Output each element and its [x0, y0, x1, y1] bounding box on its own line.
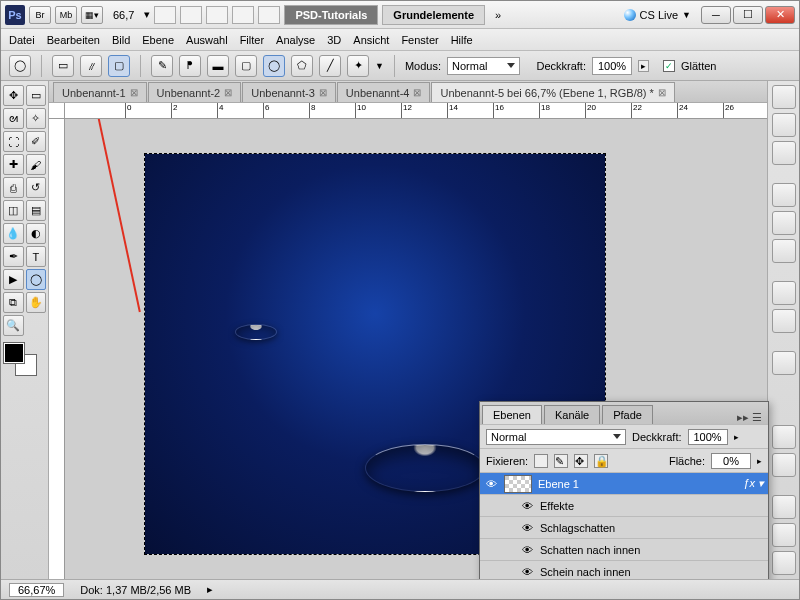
hand-tool-button[interactable] — [154, 6, 176, 24]
menu-filter[interactable]: Filter — [240, 34, 264, 46]
tool-eraser[interactable]: ◫ — [3, 200, 24, 221]
opt-fixed-size-icon[interactable]: ▢ — [108, 55, 130, 77]
doc-tab-5[interactable]: Unbenannt-5 bei 66,7% (Ebene 1, RGB/8) *… — [431, 82, 674, 102]
panel-icon[interactable] — [772, 453, 796, 477]
tool-pen[interactable]: ✒ — [3, 246, 24, 267]
tool-hand[interactable]: ✋ — [26, 292, 47, 313]
status-zoom[interactable]: 66,67% — [9, 583, 64, 597]
deckkraft-flyout[interactable]: ▸ — [638, 60, 649, 72]
effect-row[interactable]: 👁Schatten nach innen — [480, 538, 768, 560]
opt-menu-chevron[interactable]: ▼ — [375, 61, 384, 71]
menu-fenster[interactable]: Fenster — [401, 34, 438, 46]
menu-bild[interactable]: Bild — [112, 34, 130, 46]
panel-icon[interactable] — [772, 551, 796, 575]
doc-tab-3[interactable]: Unbenannt-3⊠ — [242, 82, 336, 102]
layer-thumbnail[interactable] — [504, 475, 532, 493]
tool-heal[interactable]: ✚ — [3, 154, 24, 175]
zoom-display[interactable]: 66,7 — [107, 9, 140, 21]
menu-analyse[interactable]: Analyse — [276, 34, 315, 46]
doc-tab-1[interactable]: Unbenannt-1⊠ — [53, 82, 147, 102]
menu-ebene[interactable]: Ebene — [142, 34, 174, 46]
color-swatches[interactable] — [3, 342, 43, 382]
zoom-tool-button[interactable] — [180, 6, 202, 24]
lock-transparency-icon[interactable] — [534, 454, 548, 468]
layer-row-ebene1[interactable]: 👁 Ebene 1 ƒx ▾ — [480, 472, 768, 494]
panel-icon[interactable] — [772, 523, 796, 547]
visibility-icon[interactable]: 👁 — [520, 500, 534, 512]
workspace-grundelemente[interactable]: Grundelemente — [382, 5, 485, 25]
close-icon[interactable]: ⊠ — [413, 87, 421, 98]
tool-move[interactable]: ✥ — [3, 85, 24, 106]
modus-select[interactable]: Normal — [447, 57, 520, 75]
menu-datei[interactable]: Datei — [9, 34, 35, 46]
panel-icon[interactable] — [772, 281, 796, 305]
close-icon[interactable]: ⊠ — [224, 87, 232, 98]
opt-polygon-icon[interactable]: ⬠ — [291, 55, 313, 77]
bridge-button[interactable]: Br — [29, 6, 51, 24]
fx-badge[interactable]: ƒx ▾ — [743, 477, 764, 490]
close-button[interactable]: ✕ — [765, 6, 795, 24]
workspace-psd-tutorials[interactable]: PSD-Tutorials — [284, 5, 378, 25]
tool-type[interactable]: T — [26, 246, 47, 267]
opt-square-icon[interactable]: ⫽ — [80, 55, 102, 77]
opt-unconstrained-icon[interactable]: ▭ — [52, 55, 74, 77]
panel-icon[interactable] — [772, 183, 796, 207]
opt-ellipse-icon[interactable]: ◯ — [263, 55, 285, 77]
tool-dodge[interactable]: ◐ — [26, 223, 47, 244]
lock-all-icon[interactable]: 🔒 — [594, 454, 608, 468]
panel-icon[interactable] — [772, 495, 796, 519]
arrange-button[interactable] — [232, 6, 254, 24]
panel-icon[interactable] — [772, 141, 796, 165]
tool-lasso[interactable]: ᘛ — [3, 108, 24, 129]
layer-flaeche-input[interactable]: 0% — [711, 453, 751, 469]
tool-history-brush[interactable]: ↺ — [26, 177, 47, 198]
opt-line-icon[interactable]: ╱ — [319, 55, 341, 77]
status-doc-size[interactable]: Dok: 1,37 MB/2,56 MB — [80, 584, 191, 596]
tool-crop[interactable]: ⛶ — [3, 131, 24, 152]
panel-icon[interactable] — [772, 239, 796, 263]
opt-roundrect-icon[interactable]: ▢ — [235, 55, 257, 77]
tool-preset-icon[interactable]: ◯ — [9, 55, 31, 77]
layer-deckkraft-input[interactable]: 100% — [688, 429, 728, 445]
tab-kanaele[interactable]: Kanäle — [544, 405, 600, 424]
lock-pixels-icon[interactable]: ✎ — [554, 454, 568, 468]
close-icon[interactable]: ⊠ — [319, 87, 327, 98]
blend-mode-select[interactable]: Normal — [486, 429, 626, 445]
opt-pen-icon[interactable]: ✎ — [151, 55, 173, 77]
visibility-icon[interactable]: 👁 — [520, 522, 534, 534]
flyout-icon[interactable]: ▸ — [734, 432, 739, 442]
ruler-horizontal[interactable]: 0246810121416182022242628 — [49, 103, 767, 119]
layers-panel[interactable]: Ebenen Kanäle Pfade ▸▸ ☰ Normal Deckkraf… — [479, 401, 769, 579]
screen-mode-button[interactable] — [258, 6, 280, 24]
menu-ansicht[interactable]: Ansicht — [353, 34, 389, 46]
doc-tab-4[interactable]: Unbenannt-4⊠ — [337, 82, 431, 102]
tool-eyedropper[interactable]: ✐ — [26, 131, 47, 152]
cs-live[interactable]: CS Live ▼ — [624, 9, 691, 21]
tool-zoom[interactable]: 🔍 — [3, 315, 24, 336]
minimize-button[interactable]: ─ — [701, 6, 731, 24]
panel-icon[interactable] — [772, 425, 796, 449]
status-flyout-icon[interactable]: ▸ — [207, 583, 213, 596]
effect-row[interactable]: 👁Schlagschatten — [480, 516, 768, 538]
menu-auswahl[interactable]: Auswahl — [186, 34, 228, 46]
glaetten-checkbox[interactable]: ✓ — [663, 60, 675, 72]
tool-marquee[interactable]: ▭ — [26, 85, 47, 106]
opt-rect-icon[interactable]: ▬ — [207, 55, 229, 77]
close-icon[interactable]: ⊠ — [658, 87, 666, 98]
tool-blur[interactable]: 💧 — [3, 223, 24, 244]
panel-icon[interactable] — [772, 85, 796, 109]
flyout-icon[interactable]: ▸ — [757, 456, 762, 466]
menu-hilfe[interactable]: Hilfe — [451, 34, 473, 46]
doc-tab-2[interactable]: Unbenannt-2⊠ — [148, 82, 242, 102]
tool-wand[interactable]: ✧ — [26, 108, 47, 129]
effects-header-row[interactable]: 👁Effekte — [480, 494, 768, 516]
panel-icon[interactable] — [772, 309, 796, 333]
tool-gradient[interactable]: ▤ — [26, 200, 47, 221]
workspace-more-icon[interactable]: » — [489, 9, 507, 21]
fg-color-swatch[interactable] — [3, 342, 25, 364]
tool-brush[interactable]: 🖌 — [26, 154, 47, 175]
visibility-icon[interactable]: 👁 — [484, 478, 498, 490]
tool-path-select[interactable]: ▶ — [3, 269, 24, 290]
tool-shape[interactable]: ◯ — [26, 269, 47, 290]
lock-position-icon[interactable]: ✥ — [574, 454, 588, 468]
